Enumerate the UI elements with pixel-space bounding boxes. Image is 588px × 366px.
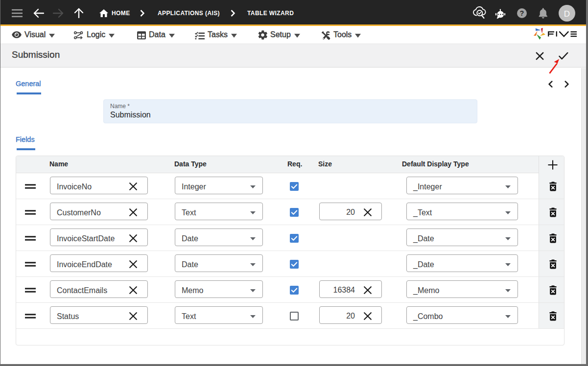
svg-text:?: ? bbox=[520, 9, 524, 17]
svg-text:D: D bbox=[564, 9, 570, 19]
